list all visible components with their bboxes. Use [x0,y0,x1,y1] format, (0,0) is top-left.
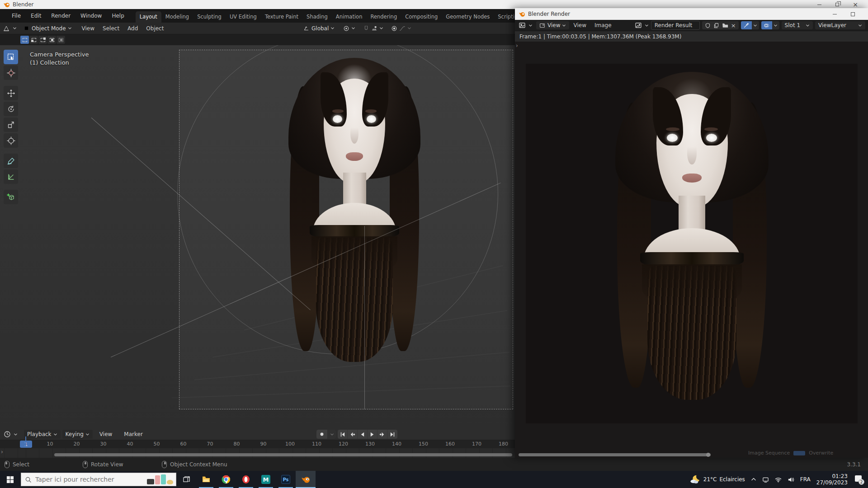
weather-widget[interactable]: 21°C Eclaircies [689,474,745,485]
render-image-area[interactable]: › Image Se [515,42,868,458]
open-folder-icon[interactable] [722,22,728,28]
maya-taskbar-icon[interactable]: M [256,471,276,488]
volume-icon[interactable] [788,476,794,483]
next-keyframe-button[interactable] [377,430,387,439]
falloff-curve-icon[interactable] [399,25,406,32]
keyboard-language[interactable]: FRA [800,476,811,483]
select-mode-invert-button[interactable] [47,36,56,44]
viewport-3d[interactable]: Camera Perspective (1) Collection [0,45,515,429]
start-button[interactable] [0,471,20,488]
menu-object[interactable]: Object [142,24,168,33]
menu-select[interactable]: Select [99,24,123,33]
workspace-tab[interactable]: Geometry Nodes [442,11,494,23]
render-minimize-button[interactable] [826,8,844,20]
overwrite-toggle[interactable] [793,451,805,455]
chevron-down-icon[interactable] [528,23,533,28]
tool-transform[interactable] [4,133,18,148]
menu-image[interactable]: Image [590,21,616,29]
jump-to-start-button[interactable] [338,430,348,439]
timeline-menu-marker[interactable]: Marker [119,430,147,439]
tool-cursor[interactable] [4,66,18,80]
tool-annotate[interactable] [4,154,18,168]
tool-add-cube[interactable] [4,190,18,204]
render-window-titlebar[interactable]: Blender Render [515,8,868,20]
timeline-expand-arrow[interactable]: › [1,449,3,455]
overlays-toggle[interactable] [761,21,772,29]
gizmos-options-chevron[interactable] [752,21,759,29]
file-explorer-taskbar-icon[interactable] [196,471,216,488]
menu-view[interactable]: View [78,24,99,33]
keying-dropdown[interactable]: Keying [62,430,93,439]
tool-rotate[interactable] [4,102,18,116]
workspace-tab[interactable]: Sculpting [193,11,226,23]
opera-taskbar-icon[interactable] [236,471,256,488]
fake-user-shield-icon[interactable] [705,23,711,28]
wifi-icon[interactable] [775,476,782,483]
tool-measure[interactable] [4,169,18,184]
select-mode-subtract-button[interactable] [38,36,47,44]
pivot-dropdown[interactable] [341,24,358,33]
close-button[interactable]: × [846,0,864,9]
menu-view[interactable]: View [569,21,590,29]
orientation-dropdown[interactable]: Global [300,24,338,33]
gizmos-toggle[interactable] [741,21,752,29]
blender-taskbar-icon[interactable] [296,471,316,488]
task-view-button[interactable] [176,471,196,488]
jump-to-end-button[interactable] [387,430,397,439]
proportional-editing-controls[interactable] [389,24,414,33]
record-options-chevron[interactable] [328,430,336,439]
clock-widget[interactable]: 01:23 27/09/2023 [816,473,848,486]
timeline-ruler[interactable]: 1020304050607080901001101201301401501601… [0,440,515,448]
editor-type-image-icon[interactable] [519,22,526,29]
render-window[interactable]: Blender Render View View Image [515,8,868,458]
previous-keyframe-button[interactable] [348,430,358,439]
menu-render[interactable]: Render [46,11,75,20]
proportional-editing-icon[interactable] [391,25,397,32]
tool-scale[interactable] [4,117,18,132]
select-mode-new-button[interactable] [20,36,29,44]
new-image-copy-icon[interactable] [713,23,719,28]
chrome-taskbar-icon[interactable] [216,471,236,488]
workspace-tab[interactable]: Shading [302,11,332,23]
workspace-tab[interactable]: Compositing [401,11,442,23]
tray-expand-chevron-icon[interactable] [751,477,756,482]
taskbar-search[interactable] [21,473,176,486]
tool-select-box[interactable] [4,50,18,64]
view-layer-dropdown[interactable]: ViewLayer [815,21,865,29]
editor-type-icon[interactable] [3,25,10,32]
cast-display-icon[interactable] [762,476,769,483]
tool-move[interactable] [4,86,18,100]
image-name-field[interactable]: Render Result [651,21,700,30]
overlays-options-chevron[interactable] [772,21,779,29]
render-close-button[interactable] [862,8,868,20]
menu-window[interactable]: Window [75,11,107,20]
workspace-tab[interactable]: UV Editing [226,11,261,23]
workspace-tab[interactable]: Modeling [161,11,193,23]
play-button[interactable] [368,430,377,439]
workspace-tab[interactable]: Animation [332,11,367,23]
render-maximize-button[interactable] [844,8,862,20]
photoshop-taskbar-icon[interactable]: Ps [276,471,296,488]
workspace-tab[interactable]: Rendering [366,11,401,23]
playhead-line[interactable] [25,436,26,446]
timeline-menu-view[interactable]: View [94,430,117,439]
play-reverse-button[interactable] [358,430,368,439]
clock-icon[interactable] [4,431,11,438]
menu-file[interactable]: File [7,11,26,20]
mode-dropdown[interactable]: Object Mode [20,24,75,33]
restore-button[interactable] [828,0,846,9]
record-button[interactable] [316,430,327,439]
menu-add[interactable]: Add [123,24,142,33]
workspace-tab[interactable]: Layout [136,11,161,23]
workspace-tab[interactable]: Texture Paint [261,11,302,23]
search-input[interactable] [35,476,147,483]
snap-magnet-icon[interactable] [363,25,369,32]
playback-dropdown[interactable]: Playback [24,430,61,439]
select-mode-extend-button[interactable] [29,36,38,44]
image-datablock-icon[interactable] [635,22,642,29]
chevron-down-icon[interactable] [645,23,649,28]
menu-edit[interactable]: Edit [26,11,46,20]
region-toggle-arrow[interactable]: › [516,42,518,49]
timeline-horizontal-scrollbar[interactable] [54,453,512,456]
snap-controls[interactable] [361,24,386,33]
